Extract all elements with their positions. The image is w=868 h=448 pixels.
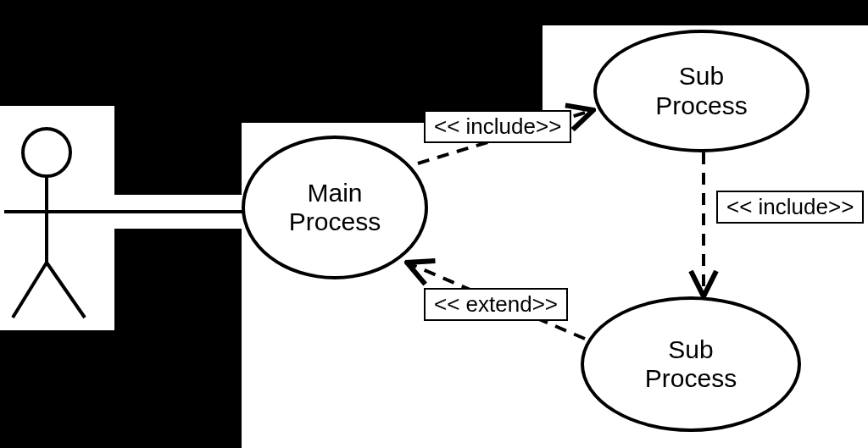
stereotype-extend: << extend>>: [424, 288, 568, 321]
usecase-sub-1: Sub Process: [593, 30, 810, 152]
usecase-sub2-label: Sub Process: [645, 335, 737, 394]
usecase-main-label: Main Process: [289, 179, 381, 237]
bg-actor-area: [0, 106, 114, 330]
usecase-main: Main Process: [242, 136, 428, 279]
usecase-sub1-label: Sub Process: [655, 62, 747, 120]
usecase-sub-2: Sub Process: [581, 296, 801, 432]
bg-assoc-strip: [114, 195, 254, 229]
stereotype-include-2: << include>>: [716, 191, 864, 224]
stereotype-include-1: << include>>: [424, 110, 571, 143]
use-case-diagram: Main Process Sub Process Sub Process << …: [0, 0, 868, 448]
